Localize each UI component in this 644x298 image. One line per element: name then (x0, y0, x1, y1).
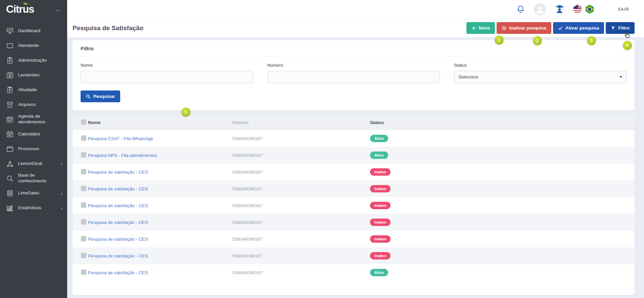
brazil-flag-icon[interactable] (585, 5, 594, 14)
table-row: Pesquisa de satisfação - CES 55834009816… (73, 164, 635, 180)
sidebar-item-icon (6, 145, 14, 153)
row-checkbox[interactable] (81, 169, 86, 174)
sidebar-item-label: LemonDesk (18, 161, 56, 167)
search-icon (86, 94, 91, 99)
sidebar-item-icon (6, 57, 14, 64)
sidebar-item[interactable]: Administração (0, 53, 67, 68)
sidebar-item[interactable]: Calendário (0, 127, 67, 141)
sidebar-item-label: Base de conhecimento (18, 173, 62, 184)
status-badge: Inativo (370, 235, 390, 243)
sidebar-item-label: Arquivos (18, 102, 62, 108)
notifications-bell-icon[interactable] (516, 5, 525, 14)
sidebar-item-icon (6, 160, 14, 168)
chevron-right-icon: › (61, 161, 62, 167)
activate-survey-button[interactable]: Ativar pesquisa (553, 22, 604, 34)
sidebar-item-label: Administração (18, 58, 62, 63)
status-select[interactable]: Selecione (454, 71, 627, 83)
row-checkbox[interactable] (81, 152, 86, 158)
status-select-value: Selecione (458, 74, 478, 79)
survey-link[interactable]: Pesquisa de satisfação - CES (88, 237, 148, 242)
row-checkbox[interactable] (81, 236, 86, 241)
deactivate-survey-button[interactable]: Inativar pesquisa (497, 22, 551, 34)
number-field-label: Número (267, 63, 440, 68)
sidebar-item-icon (6, 130, 14, 138)
sidebar-item-label: Atendente (18, 43, 62, 49)
survey-link[interactable]: Pesquisa de satisfação - CES (88, 220, 148, 225)
filter-panel: Filtro Nome Número Status Selecione (73, 40, 635, 110)
sidebar-item[interactable]: Estatísticas › (0, 200, 67, 215)
status-field-group: Status Selecione (454, 63, 627, 83)
survey-link[interactable]: Pesquisa NPS - Fila atendimentos (88, 153, 157, 158)
annotation-badge-1: 1 (495, 36, 504, 45)
survey-link[interactable]: Pesquisa de satisfação - CES (88, 253, 148, 258)
logout-button[interactable]: SAIR (618, 7, 629, 12)
new-button[interactable]: Novo (466, 22, 495, 34)
table-row: Pesquisa de satisfação - CES 55834009816… (73, 247, 635, 264)
sidebar-item[interactable]: Arquivos (0, 97, 67, 112)
sidebar-item-icon (6, 189, 14, 197)
sidebar-item[interactable]: Atendente (0, 38, 67, 53)
sidebar-item[interactable]: LimeSales › (0, 186, 67, 200)
survey-number: 558340098167 (232, 130, 370, 147)
sidebar-item-label: LimeSales (18, 190, 56, 196)
sidebar-item-icon (6, 116, 14, 123)
table-row: Pesquisa de satisfação - CES 55834009816… (73, 197, 635, 214)
mouse-cursor-icon (623, 30, 632, 39)
sidebar-item[interactable]: Agenda de atendimentos (0, 112, 67, 127)
select-all-checkbox[interactable] (81, 119, 86, 125)
sidebar-item-icon (6, 86, 14, 94)
status-badge: Inativo (370, 219, 390, 226)
chevron-right-icon: › (61, 190, 62, 196)
check-icon (558, 26, 563, 31)
row-checkbox[interactable] (81, 202, 86, 208)
table-row: Pesquisa de satisfação - CES 55834009816… (73, 180, 635, 197)
filter-button-label: Filtro (618, 25, 630, 31)
survey-link[interactable]: Pesquisa de satisfação - CES (88, 270, 148, 275)
us-flag-icon[interactable] (573, 5, 582, 14)
survey-link[interactable]: Pesquisa de satisfação - CES (88, 203, 148, 208)
training-graduation-icon[interactable] (555, 4, 564, 14)
sidebar-item[interactable]: Processos (0, 141, 67, 156)
name-field-label: Nome (81, 63, 253, 68)
sidebar-item-label: Atividade (18, 87, 62, 93)
language-flags (573, 5, 594, 14)
main-area: SAIR Pesquisa de Satisfação Novo Inativa… (67, 0, 644, 298)
table-row: Pesquisa de satisfação - CES 55834009816… (73, 231, 635, 247)
column-header-status: Status (370, 115, 635, 130)
row-checkbox[interactable] (81, 270, 86, 275)
sidebar-item[interactable]: LemonDesk › (0, 156, 67, 171)
sidebar-item-label: Agenda de atendimentos (18, 114, 62, 125)
citrus-logo: Citrus (6, 3, 34, 15)
sidebar-item[interactable]: Atividade (0, 82, 67, 97)
row-checkbox[interactable] (81, 186, 86, 191)
search-button[interactable]: Pesquisar (81, 91, 120, 102)
survey-number: 558340098167 (232, 164, 370, 180)
survey-link[interactable]: Pesquisa de satisfação - CES (88, 170, 148, 175)
row-checkbox[interactable] (81, 219, 86, 225)
survey-link[interactable]: Pesquisa de satisfação - CES (88, 186, 148, 191)
number-input[interactable] (267, 71, 440, 83)
survey-link[interactable]: Pesquisa CSAT - Fila WhatsApp (88, 136, 153, 141)
survey-number: 558340098167 (232, 214, 370, 231)
collapse-sidebar-icon[interactable]: ← (55, 6, 62, 13)
filter-panel-title: Filtro (73, 40, 635, 57)
surveys-table-panel: Nome Número Status Pesquisa CSAT - Fila … (73, 115, 635, 295)
row-checkbox[interactable] (81, 253, 86, 258)
user-avatar[interactable] (534, 3, 546, 15)
name-input[interactable] (81, 71, 253, 83)
sidebar-item-label: Dashboard (18, 28, 62, 34)
survey-number: 558340098167 (232, 231, 370, 247)
status-field-label: Status (454, 63, 627, 68)
plus-icon (471, 26, 476, 31)
row-checkbox[interactable] (81, 135, 86, 141)
action-buttons: Novo Inativar pesquisa Ativar pesquisa F… (466, 22, 635, 34)
sidebar-item[interactable]: Base de conhecimento (0, 171, 67, 186)
sidebar-item-icon (6, 27, 14, 35)
sidebar-item-label: Processos (18, 146, 62, 152)
sidebar-item[interactable]: Dashboard (0, 23, 67, 38)
funnel-icon (611, 26, 615, 31)
sidebar-item[interactable]: Lembretes (0, 68, 67, 82)
sidebar-item-label: Lembretes (18, 72, 62, 78)
table-row: Pesquisa CSAT - Fila WhatsApp 5583400981… (73, 130, 635, 147)
activate-button-label: Ativar pesquisa (565, 25, 599, 31)
